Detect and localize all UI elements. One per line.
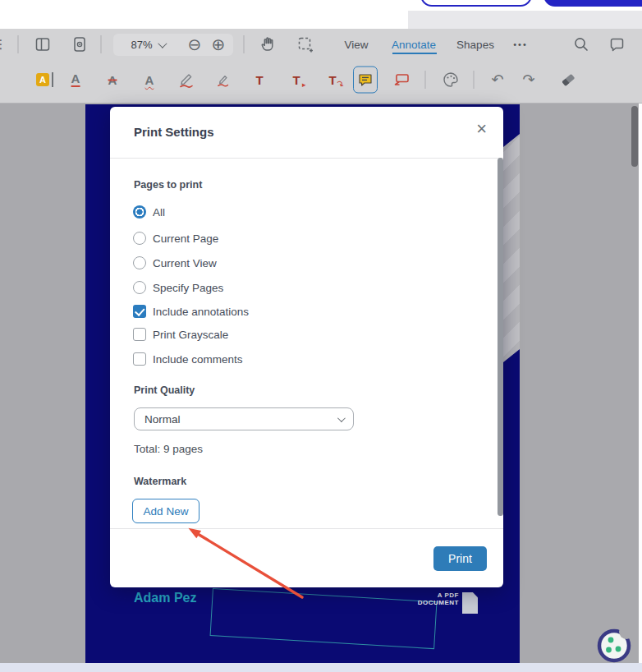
hand-icon [260,36,277,53]
print-quality-select[interactable]: Normal [134,407,354,430]
toolbar-separator [244,35,245,53]
header-background-band [408,11,642,29]
zoom-level-value: 87% [131,39,152,51]
checkbox-print-grayscale-label: Print Grayscale [153,329,228,341]
red-pointer-arrow [168,518,312,608]
zoom-in-button[interactable]: ⊕ [212,36,226,53]
checkbox-include-annotations[interactable] [133,305,146,318]
callout-text-icon: T▸ [292,74,300,86]
cookie-icon [594,623,635,669]
free-text-tool-button[interactable]: T [255,74,263,86]
tab-shapes[interactable]: Shapes [456,39,494,51]
undo-button[interactable]: ↶ [491,71,503,89]
strikeout-icon: A [108,74,117,86]
search-icon [573,36,589,53]
radio-current-page[interactable] [133,232,146,245]
header-divider [110,158,503,159]
viewer-scrollbar-thumb[interactable] [631,106,638,167]
page-settings-button[interactable] [72,37,88,53]
callout-text-tool-button[interactable]: T▸ [292,74,300,86]
toolbar-separator [425,71,426,89]
toolbar-separator [474,71,475,89]
pan-tool-button[interactable] [260,36,277,53]
pdf-logo-line1: A PDF [389,591,459,599]
marquee-select-icon [297,36,314,53]
pdf-logo-line2: DOCUMENT [389,599,459,606]
zoom-out-button[interactable]: ⊖ [188,36,202,53]
underline-tool-button[interactable]: A [71,72,80,87]
pdf-logo-page-icon [462,592,478,614]
typewriter-tool-button[interactable]: T↷ [328,74,336,86]
partial-menu-icon[interactable]: ⋮ [0,37,7,52]
print-quality-label: Print Quality [134,384,195,396]
cut-off-button-outlined[interactable] [420,0,532,7]
search-button[interactable] [573,36,589,53]
pencil-icon [178,71,195,89]
radio-row-all[interactable]: All [133,205,165,219]
strikeout-tool-button[interactable]: A [108,74,117,86]
radio-row-current-page[interactable]: Current Page [133,232,218,245]
free-text-icon: T [255,74,263,86]
overflow-menu-button[interactable]: ••• [513,39,528,49]
style-palette-button[interactable] [443,71,460,89]
pencil-small-icon [215,72,230,87]
tool-separator [52,72,53,87]
underline-icon: A [71,72,80,87]
radio-specify-pages-label: Specify Pages [153,282,223,294]
radio-row-specify-pages[interactable]: Specify Pages [133,281,223,294]
page-bottom-strip [0,663,642,672]
freehand-tool-button[interactable] [178,71,195,89]
checkbox-include-comments[interactable] [133,352,146,366]
print-quality-value: Normal [144,413,181,426]
radio-row-current-view[interactable]: Current View [133,256,217,269]
sticky-note-icon [357,71,374,88]
typewriter-icon: T↷ [328,74,336,86]
callout-box-tool-button[interactable] [392,71,410,88]
highlight-tool-button[interactable]: A [36,73,49,86]
page-right-margin [639,104,642,672]
dialog-scrollbar-thumb[interactable] [498,158,503,516]
zoom-level-dropdown[interactable]: 87% [131,39,164,51]
radio-all-label: All [153,206,165,219]
marquee-zoom-button[interactable] [297,36,314,53]
sticky-note-tool-button[interactable] [357,71,374,88]
eraser-icon [560,71,577,89]
viewer-toolbars: ⋮ 87% ⊖ ⊕ View Annotate S [0,29,642,104]
pages-to-print-label: Pages to print [134,179,202,191]
active-tab-underline [392,53,437,54]
watermark-label: Watermark [134,476,186,487]
print-settings-dialog: Print Settings × Pages to print All Curr… [110,107,503,587]
squiggly-tool-button[interactable]: A [145,74,154,86]
radio-current-view-label: Current View [153,257,217,269]
radio-current-page-label: Current Page [153,232,218,245]
radio-specify-pages[interactable] [133,281,146,294]
checkbox-print-grayscale[interactable] [133,328,146,341]
radio-all[interactable] [133,205,146,219]
close-icon[interactable]: × [476,120,487,138]
squiggly-icon: A [145,74,154,86]
page-gear-icon [72,37,88,53]
dialog-title: Print Settings [134,125,214,139]
cut-off-button-filled[interactable] [543,0,642,7]
comments-panel-button[interactable] [608,36,625,53]
palette-icon [443,71,460,89]
chevron-down-icon [337,414,346,422]
checkbox-row-print-grayscale[interactable]: Print Grayscale [133,328,228,341]
print-button[interactable]: Print [433,546,487,571]
left-panel-toggle-button[interactable] [35,37,51,53]
tab-view[interactable]: View [344,39,368,51]
checkbox-include-comments-label: Include comments [153,353,243,366]
freehand-highlight-tool-button[interactable] [215,72,230,87]
eraser-tool-button[interactable] [560,71,577,89]
radio-current-view[interactable] [133,256,146,269]
tab-annotate[interactable]: Annotate [392,39,436,51]
callout-box-icon [392,71,410,88]
checkbox-row-include-comments[interactable]: Include comments [133,352,243,366]
highlight-icon: A [36,73,49,86]
small-arrow-icon: ▸ [302,81,306,89]
total-pages-text: Total: 9 pages [134,443,203,455]
toolbar-separator [101,35,102,53]
cookie-settings-button[interactable] [594,623,635,669]
checkbox-row-include-annotations[interactable]: Include annotations [133,305,249,318]
redo-button[interactable]: ↷ [522,71,534,89]
